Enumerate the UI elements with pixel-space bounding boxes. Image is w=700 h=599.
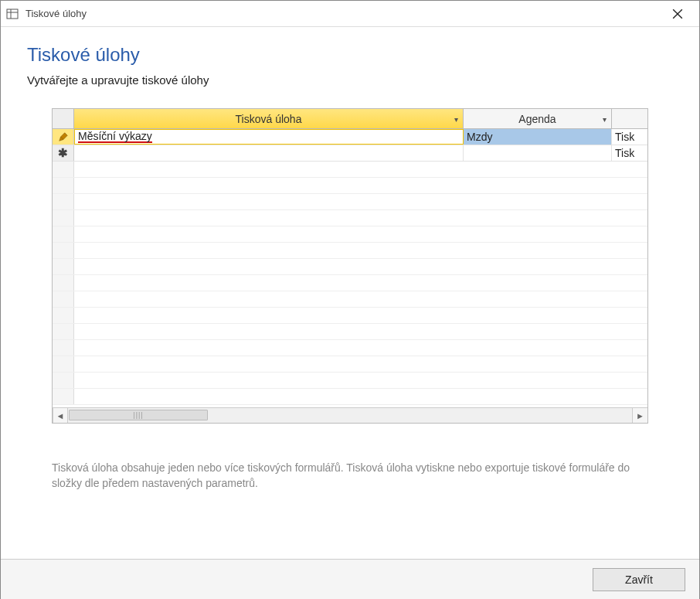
close-button[interactable] (662, 2, 693, 26)
cell-agenda[interactable] (464, 145, 612, 161)
empty-row (53, 308, 647, 324)
scrollbar-track[interactable]: |||| (68, 408, 632, 423)
empty-row (53, 291, 647, 308)
dialog-footer: Zavřít (1, 559, 699, 599)
column-header-job-label: Tisková úloha (236, 113, 302, 125)
cell-agenda[interactable]: Mzdy (464, 129, 612, 145)
column-header-extra[interactable] (612, 109, 640, 128)
empty-row (53, 324, 647, 340)
titlebar: Tiskové úlohy (1, 1, 699, 27)
column-header-job[interactable]: Tisková úloha ▾ (74, 109, 464, 128)
cell-job[interactable] (74, 145, 464, 161)
empty-row (53, 373, 647, 389)
close-dialog-label: Zavřít (625, 573, 653, 586)
empty-row (53, 226, 647, 243)
column-header-agenda-label: Agenda (518, 113, 556, 125)
grid-body: Měsíční výkazy Mzdy Tisk ✱ (53, 129, 647, 407)
cell-extra[interactable]: Tisk (612, 129, 640, 145)
sort-dropdown-icon[interactable]: ▾ (603, 114, 607, 123)
asterisk-icon: ✱ (58, 146, 68, 160)
svg-rect-0 (7, 9, 18, 19)
scrollbar-thumb[interactable]: |||| (69, 410, 208, 420)
table-row[interactable]: ✱ Tisk (53, 145, 647, 162)
page-heading: Tiskové úlohy (27, 44, 673, 66)
window-title: Tiskové úlohy (25, 8, 662, 19)
empty-row (53, 356, 647, 373)
sort-dropdown-icon[interactable]: ▾ (454, 114, 458, 123)
app-icon (5, 7, 19, 21)
empty-row (53, 178, 647, 194)
jobs-grid: Tisková úloha ▾ Agenda ▾ Měsíční (52, 108, 648, 424)
scroll-left-arrow-icon[interactable]: ◄ (53, 408, 68, 423)
empty-row (53, 259, 647, 275)
content-area: Tiskové úlohy Vytvářejte a upravujte tis… (1, 27, 699, 499)
empty-row (53, 340, 647, 356)
cell-extra-value: Tisk (615, 131, 634, 143)
empty-row (53, 243, 647, 259)
row-state-editing-icon[interactable] (53, 129, 74, 145)
row-state-new-icon[interactable]: ✱ (53, 145, 74, 161)
empty-row (53, 162, 647, 178)
cell-job[interactable]: Měsíční výkazy (74, 129, 464, 145)
cell-job-value: Měsíční výkazy (78, 131, 152, 143)
thumb-grip-icon: |||| (133, 411, 143, 419)
close-dialog-button[interactable]: Zavřít (593, 568, 685, 591)
empty-row (53, 194, 647, 210)
page-subheading: Vytvářejte a upravujte tiskové úlohy (27, 73, 673, 87)
empty-row (53, 389, 647, 405)
empty-row (53, 210, 647, 226)
scroll-right-arrow-icon[interactable]: ► (632, 408, 647, 423)
column-header-agenda[interactable]: Agenda ▾ (464, 109, 612, 128)
horizontal-scrollbar[interactable]: ◄ |||| ► (53, 407, 647, 423)
empty-row (53, 275, 647, 291)
select-all-cell[interactable] (53, 109, 74, 128)
cell-extra[interactable]: Tisk (612, 145, 640, 161)
cell-extra-value: Tisk (615, 147, 634, 159)
cell-agenda-value: Mzdy (467, 131, 492, 143)
help-text: Tisková úloha obsahuje jeden nebo více t… (52, 461, 648, 491)
grid-header-row: Tisková úloha ▾ Agenda ▾ (53, 109, 647, 129)
table-row[interactable]: Měsíční výkazy Mzdy Tisk (53, 129, 647, 145)
